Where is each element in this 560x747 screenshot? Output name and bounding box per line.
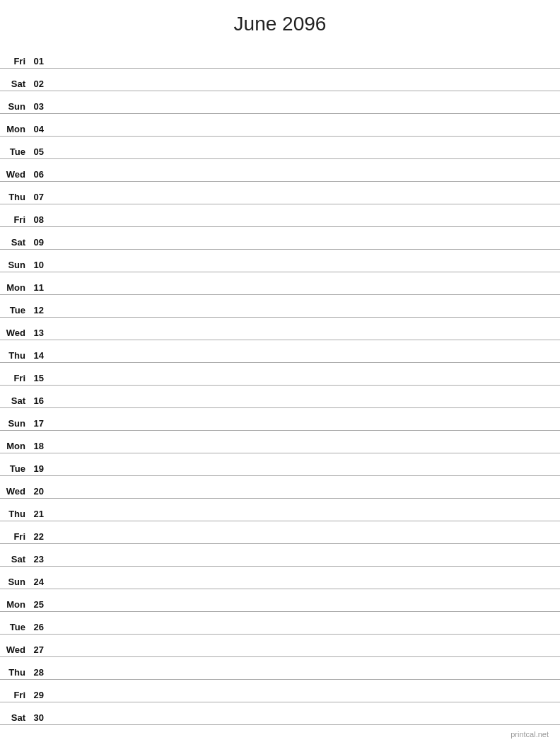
table-row: Mon25 — [0, 589, 560, 611]
day-name: Thu — [0, 340, 28, 362]
day-number: 01 — [28, 45, 49, 68]
day-name: Mon — [0, 430, 28, 453]
table-row: Mon18 — [0, 430, 560, 453]
day-line — [49, 317, 560, 340]
day-line — [49, 45, 560, 68]
day-name: Tue — [0, 294, 28, 317]
day-number: 29 — [28, 679, 49, 702]
day-name: Mon — [0, 589, 28, 611]
day-name: Sat — [0, 385, 28, 407]
day-line — [49, 566, 560, 589]
day-name: Fri — [0, 521, 28, 543]
day-number: 10 — [28, 249, 49, 272]
table-row: Thu07 — [0, 181, 560, 204]
day-name: Tue — [0, 611, 28, 634]
day-name: Sat — [0, 543, 28, 566]
day-number: 12 — [28, 294, 49, 317]
table-row: Sat30 — [0, 702, 560, 724]
day-line — [49, 453, 560, 475]
day-number: 22 — [28, 521, 49, 543]
day-name: Wed — [0, 634, 28, 656]
day-line — [49, 589, 560, 611]
table-row: Sat02 — [0, 68, 560, 91]
day-name: Sat — [0, 68, 28, 91]
day-number: 24 — [28, 566, 49, 589]
day-number: 15 — [28, 362, 49, 385]
day-number: 25 — [28, 589, 49, 611]
day-line — [49, 498, 560, 521]
day-line — [49, 634, 560, 656]
footer-text: printcal.net — [511, 730, 549, 739]
day-number: 02 — [28, 68, 49, 91]
day-name: Sat — [0, 226, 28, 249]
day-number: 18 — [28, 430, 49, 453]
table-row: Sun10 — [0, 249, 560, 272]
day-number: 11 — [28, 272, 49, 294]
day-line — [49, 91, 560, 113]
day-name: Thu — [0, 498, 28, 521]
day-number: 21 — [28, 498, 49, 521]
day-number: 19 — [28, 453, 49, 475]
table-row: Fri01 — [0, 45, 560, 68]
day-name: Tue — [0, 136, 28, 158]
day-line — [49, 362, 560, 385]
day-number: 30 — [28, 702, 49, 724]
day-line — [49, 226, 560, 249]
table-row: Sat16 — [0, 385, 560, 407]
day-name: Sun — [0, 407, 28, 430]
day-line — [49, 656, 560, 679]
table-row: Mon04 — [0, 113, 560, 136]
table-row: Mon11 — [0, 272, 560, 294]
day-name: Thu — [0, 181, 28, 204]
day-line — [49, 679, 560, 702]
table-row: Sun03 — [0, 91, 560, 113]
table-row: Sun24 — [0, 566, 560, 589]
day-number: 20 — [28, 475, 49, 498]
table-row: Fri15 — [0, 362, 560, 385]
day-number: 04 — [28, 113, 49, 136]
table-row: Fri22 — [0, 521, 560, 543]
day-line — [49, 521, 560, 543]
day-name: Thu — [0, 656, 28, 679]
day-number: 16 — [28, 385, 49, 407]
day-line — [49, 158, 560, 181]
day-name: Fri — [0, 362, 28, 385]
calendar-table: Fri01Sat02Sun03Mon04Tue05Wed06Thu07Fri08… — [0, 45, 560, 725]
page-title: June 2096 — [0, 0, 560, 42]
day-name: Wed — [0, 475, 28, 498]
day-number: 03 — [28, 91, 49, 113]
table-row: Thu21 — [0, 498, 560, 521]
day-name: Fri — [0, 204, 28, 226]
day-line — [49, 181, 560, 204]
day-name: Wed — [0, 158, 28, 181]
day-number: 14 — [28, 340, 49, 362]
day-name: Sun — [0, 91, 28, 113]
day-number: 06 — [28, 158, 49, 181]
day-name: Fri — [0, 679, 28, 702]
table-row: Tue26 — [0, 611, 560, 634]
day-number: 13 — [28, 317, 49, 340]
day-number: 05 — [28, 136, 49, 158]
day-number: 17 — [28, 407, 49, 430]
table-row: Sun17 — [0, 407, 560, 430]
day-name: Tue — [0, 453, 28, 475]
day-line — [49, 68, 560, 91]
table-row: Sat23 — [0, 543, 560, 566]
day-line — [49, 430, 560, 453]
day-line — [49, 475, 560, 498]
day-line — [49, 702, 560, 724]
day-line — [49, 543, 560, 566]
day-number: 28 — [28, 656, 49, 679]
table-row: Wed27 — [0, 634, 560, 656]
day-name: Fri — [0, 45, 28, 68]
table-row: Tue12 — [0, 294, 560, 317]
day-line — [49, 272, 560, 294]
day-name: Mon — [0, 272, 28, 294]
table-row: Thu14 — [0, 340, 560, 362]
day-name: Wed — [0, 317, 28, 340]
day-line — [49, 611, 560, 634]
day-number: 27 — [28, 634, 49, 656]
table-row: Sat09 — [0, 226, 560, 249]
day-line — [49, 407, 560, 430]
table-row: Fri08 — [0, 204, 560, 226]
